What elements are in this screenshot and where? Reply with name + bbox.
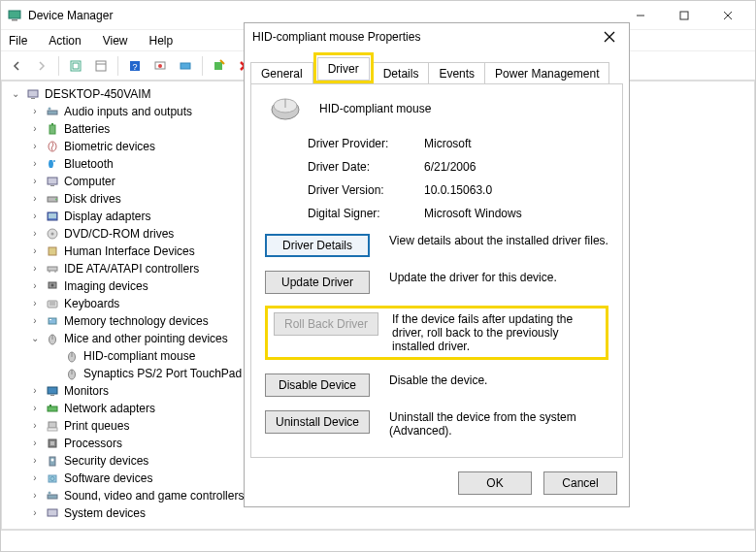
svg-text:?: ? <box>132 62 137 72</box>
svg-rect-16 <box>28 90 38 97</box>
svg-rect-25 <box>50 185 54 186</box>
cancel-button[interactable]: Cancel <box>543 471 617 495</box>
expand-arrow-icon[interactable]: › <box>29 487 41 504</box>
collapse-arrow-icon[interactable]: ⌄ <box>29 330 41 347</box>
expand-arrow-icon[interactable]: › <box>29 243 41 260</box>
tree-category-label: Human Interface Devices <box>64 243 195 260</box>
toolbar-icon-1[interactable] <box>64 54 87 78</box>
expand-arrow-icon[interactable]: › <box>29 103 41 120</box>
dialog-footer: OK Cancel <box>245 464 629 506</box>
expand-arrow-icon[interactable]: › <box>29 120 41 138</box>
expand-arrow-icon[interactable]: › <box>29 155 41 173</box>
expand-arrow-icon[interactable]: › <box>29 173 41 190</box>
expand-arrow-icon[interactable]: › <box>29 417 41 435</box>
back-button[interactable] <box>5 54 28 78</box>
uninstall-device-desc: Uninstall the device from the system (Ad… <box>389 410 608 438</box>
svg-rect-54 <box>48 428 57 431</box>
svg-point-58 <box>51 459 54 462</box>
expand-arrow-icon[interactable]: › <box>29 190 41 208</box>
tab-strip: General Driver Details Events Power Mana… <box>245 52 629 83</box>
tree-category-label: Network adapters <box>64 400 155 417</box>
toolbar-separator <box>117 56 118 76</box>
disable-device-desc: Disable the device. <box>389 373 608 387</box>
svg-rect-20 <box>49 125 55 134</box>
svg-rect-56 <box>50 441 54 445</box>
svg-point-27 <box>55 199 57 201</box>
computer-icon <box>25 86 41 102</box>
driver-details-button[interactable]: Driver Details <box>265 234 370 257</box>
menu-action[interactable]: Action <box>45 32 84 49</box>
category-icon <box>45 313 60 329</box>
svg-rect-41 <box>49 318 56 324</box>
uninstall-device-button[interactable]: Uninstall Device <box>265 410 370 434</box>
expand-arrow-icon[interactable]: › <box>29 435 41 452</box>
category-icon <box>45 471 60 486</box>
svg-rect-63 <box>48 509 57 516</box>
driver-tab-highlight: Driver <box>313 52 374 83</box>
expand-arrow-icon[interactable]: › <box>29 260 41 277</box>
svg-rect-33 <box>48 267 57 271</box>
driver-details-row: Driver Details View details about the in… <box>265 234 608 257</box>
expand-arrow-icon[interactable]: › <box>29 400 41 417</box>
dialog-close-button[interactable] <box>598 31 621 43</box>
menu-view[interactable]: View <box>99 32 132 49</box>
expand-arrow-icon[interactable]: › <box>29 312 41 330</box>
tab-events[interactable]: Events <box>429 62 485 84</box>
tree-category-label: Display adapters <box>64 208 150 225</box>
help-icon[interactable]: ? <box>123 54 147 78</box>
category-icon <box>45 244 60 259</box>
signer-label: Digital Signer: <box>308 207 424 220</box>
toolbar-icon-5[interactable] <box>174 54 197 78</box>
expand-arrow-icon[interactable]: › <box>29 470 41 487</box>
tree-category-label: Imaging devices <box>64 277 148 295</box>
svg-point-19 <box>49 108 51 111</box>
expand-arrow-icon[interactable]: › <box>29 225 41 243</box>
toolbar-separator <box>58 56 59 76</box>
svg-rect-24 <box>48 178 57 184</box>
close-button[interactable] <box>706 2 749 29</box>
expand-arrow-icon[interactable]: › <box>29 138 41 155</box>
forward-button[interactable] <box>30 54 53 78</box>
properties-dialog: HID-compliant mouse Properties General D… <box>244 22 630 507</box>
update-driver-row: Update Driver Update the driver for this… <box>265 271 608 294</box>
update-driver-button[interactable]: Update Driver <box>265 271 370 294</box>
expand-arrow-icon[interactable]: › <box>29 504 41 522</box>
maximize-button[interactable] <box>662 2 706 29</box>
expand-arrow-icon[interactable]: › <box>29 208 41 225</box>
tree-category-label: Keyboards <box>64 295 119 312</box>
expand-arrow-icon[interactable]: › <box>29 452 41 470</box>
svg-point-62 <box>49 492 51 495</box>
menu-file[interactable]: File <box>5 32 31 49</box>
menu-help[interactable]: Help <box>146 32 178 49</box>
tree-category-label: IDE ATA/ATAPI controllers <box>64 260 199 277</box>
svg-rect-52 <box>49 405 51 406</box>
collapse-arrow-icon[interactable]: ⌄ <box>10 85 21 103</box>
toolbar-icon-4[interactable] <box>148 54 172 78</box>
svg-rect-1 <box>12 19 17 21</box>
mouse-icon <box>265 94 306 123</box>
svg-point-31 <box>51 233 54 236</box>
tree-category-label: Computer <box>64 173 115 190</box>
expand-arrow-icon[interactable]: › <box>29 295 41 312</box>
tab-general[interactable]: General <box>250 62 313 84</box>
category-icon <box>45 331 60 346</box>
toolbar-icon-6[interactable] <box>208 54 231 78</box>
tab-details[interactable]: Details <box>374 62 430 84</box>
expand-arrow-icon[interactable]: › <box>29 277 41 295</box>
rollback-driver-desc: If the device fails after updating the d… <box>392 312 600 353</box>
ok-button[interactable]: OK <box>458 471 532 495</box>
tab-power[interactable]: Power Management <box>485 62 609 84</box>
tab-driver[interactable]: Driver <box>317 57 370 81</box>
expand-arrow-icon[interactable]: › <box>29 382 41 400</box>
svg-rect-8 <box>96 61 106 71</box>
provider-label: Driver Provider: <box>308 137 424 150</box>
svg-rect-32 <box>49 247 56 255</box>
date-label: Driver Date: <box>308 160 424 174</box>
window-controls <box>618 2 749 29</box>
disable-device-button[interactable]: Disable Device <box>265 373 370 397</box>
provider-value: Microsoft <box>424 137 472 150</box>
mouse-icon <box>64 366 80 381</box>
tree-category-label: Disk drives <box>64 190 121 208</box>
toolbar-icon-2[interactable] <box>89 54 113 78</box>
uninstall-device-row: Uninstall Device Uninstall the device fr… <box>265 410 608 438</box>
